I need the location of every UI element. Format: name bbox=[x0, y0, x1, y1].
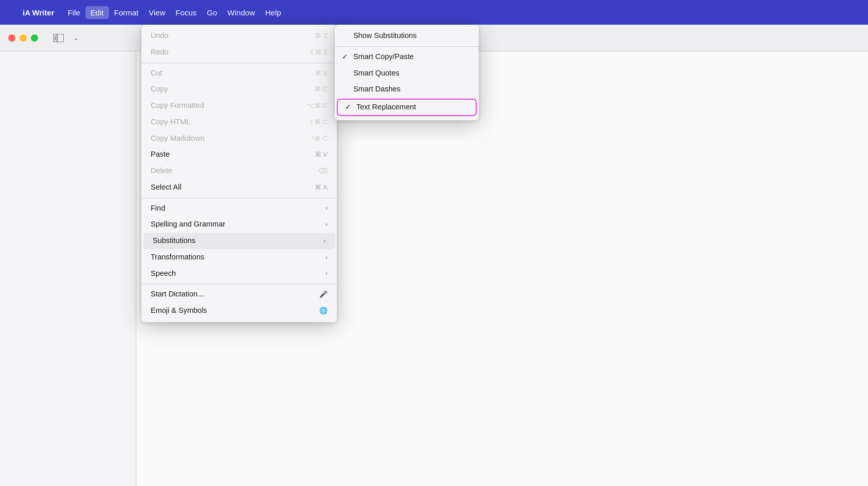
menubar-item-file[interactable]: File bbox=[63, 6, 85, 19]
menu-item-transformations-label: Transformations bbox=[151, 252, 204, 263]
menu-item-paste-label: Paste bbox=[151, 149, 170, 160]
menu-item-copy-formatted[interactable]: Copy Formatted ⌥⌘ C bbox=[141, 98, 337, 114]
menu-item-copy-label: Copy bbox=[151, 84, 168, 95]
menu-item-copy-html-shortcut: ⇧⌘ C bbox=[309, 117, 328, 127]
close-button[interactable] bbox=[8, 34, 15, 42]
submenu-item-smart-dashes-label: Smart Dashes bbox=[353, 84, 401, 95]
edit-menu: Undo ⌘ Z Redo ⇧⌘ Z Cut ⌘ X Copy ⌘ C Copy… bbox=[141, 25, 337, 322]
menu-item-redo[interactable]: Redo ⇧⌘ Z bbox=[141, 44, 337, 61]
smart-copy-paste-check-icon: ✓ bbox=[342, 51, 350, 62]
menu-item-start-dictation-label: Start Dictation... bbox=[151, 289, 204, 300]
sub-separator-1 bbox=[335, 46, 479, 47]
submenu-item-text-replacement[interactable]: ✓ Text Replacement bbox=[338, 100, 476, 115]
spelling-submenu-arrow-icon: › bbox=[326, 220, 328, 229]
menu-item-find[interactable]: Find › bbox=[141, 200, 337, 217]
submenu-item-show-substitutions-label: Show Substitutions bbox=[353, 30, 417, 42]
text-replacement-container: ✓ Text Replacement bbox=[337, 99, 477, 116]
menu-item-copy-formatted-shortcut: ⌥⌘ C bbox=[306, 101, 328, 111]
menu-item-speech-label: Speech bbox=[151, 268, 176, 279]
menu-item-copy-markdown-shortcut: ^⌘ C bbox=[311, 134, 328, 144]
menu-item-delete-shortcut: ⌫ bbox=[318, 166, 328, 176]
maximize-button[interactable] bbox=[31, 34, 38, 42]
menu-item-cut[interactable]: Cut ⌘ X bbox=[141, 65, 337, 82]
menu-item-copy-markdown-label: Copy Markdown bbox=[151, 133, 205, 144]
text-replacement-check-icon: ✓ bbox=[345, 102, 353, 113]
menu-item-select-all-shortcut: ⌘ A bbox=[315, 182, 328, 193]
substitutions-menu: Show Substitutions ✓ Smart Copy/Paste Sm… bbox=[335, 25, 479, 120]
menu-item-select-all-label: Select All bbox=[151, 182, 182, 193]
substitutions-submenu-arrow-icon: › bbox=[323, 236, 326, 246]
chevron-down-icon[interactable]: ⌄ bbox=[71, 33, 81, 43]
menu-item-redo-label: Redo bbox=[151, 47, 169, 58]
menu-item-select-all[interactable]: Select All ⌘ A bbox=[141, 179, 337, 196]
menu-item-copy-markdown[interactable]: Copy Markdown ^⌘ C bbox=[141, 130, 337, 147]
menubar-app-name[interactable]: iA Writer bbox=[17, 6, 60, 19]
menubar-item-help[interactable]: Help bbox=[260, 6, 286, 19]
minimize-button[interactable] bbox=[20, 34, 27, 42]
find-submenu-arrow-icon: › bbox=[326, 203, 328, 213]
menubar-item-focus[interactable]: Focus bbox=[170, 6, 202, 19]
menu-item-delete[interactable]: Delete ⌫ bbox=[141, 163, 337, 179]
sidebar-toggle-button[interactable] bbox=[51, 32, 66, 44]
submenu-item-smart-quotes[interactable]: Smart Quotes bbox=[335, 65, 479, 82]
menu-item-redo-shortcut: ⇧⌘ Z bbox=[309, 47, 328, 58]
menu-item-emoji-symbols[interactable]: Emoji & Symbols 🌐 bbox=[141, 303, 337, 319]
separator-1 bbox=[141, 63, 337, 63]
menu-item-substitutions-label: Substitutions bbox=[153, 235, 195, 247]
menu-item-spelling-grammar[interactable]: Spelling and Grammar › bbox=[141, 216, 337, 233]
submenu-item-smart-quotes-label: Smart Quotes bbox=[353, 68, 399, 79]
menu-item-copy-html-label: Copy HTML bbox=[151, 117, 190, 128]
menu-item-substitutions[interactable]: Substitutions › bbox=[143, 233, 335, 249]
submenu-item-text-replacement-label: Text Replacement bbox=[356, 102, 416, 113]
menu-item-copy-html[interactable]: Copy HTML ⇧⌘ C bbox=[141, 114, 337, 130]
menu-item-undo-shortcut: ⌘ Z bbox=[315, 31, 328, 41]
sidebar bbox=[0, 51, 136, 486]
traffic-lights bbox=[8, 34, 38, 42]
menu-item-find-label: Find bbox=[151, 203, 165, 214]
menu-item-start-dictation-icon: 🎤 bbox=[319, 289, 328, 300]
submenu-item-smart-dashes[interactable]: Smart Dashes bbox=[335, 81, 479, 98]
menu-item-transformations[interactable]: Transformations › bbox=[141, 249, 337, 266]
menu-item-spelling-grammar-label: Spelling and Grammar bbox=[151, 219, 225, 230]
submenu-item-smart-copy-paste-label: Smart Copy/Paste bbox=[353, 51, 414, 63]
menu-item-paste-shortcut: ⌘ V bbox=[315, 149, 328, 160]
menu-item-copy-formatted-label: Copy Formatted bbox=[151, 100, 204, 111]
menu-item-copy[interactable]: Copy ⌘ C bbox=[141, 81, 337, 98]
menubar-item-window[interactable]: Window bbox=[222, 6, 260, 19]
menu-item-copy-shortcut: ⌘ C bbox=[314, 84, 328, 95]
menu-item-undo[interactable]: Undo ⌘ Z bbox=[141, 28, 337, 44]
menubar-item-view[interactable]: View bbox=[143, 6, 170, 19]
speech-submenu-arrow-icon: › bbox=[326, 269, 328, 278]
menubar-item-edit[interactable]: Edit bbox=[85, 6, 109, 19]
separator-2 bbox=[141, 198, 337, 198]
menu-item-undo-label: Undo bbox=[151, 30, 169, 42]
menu-item-cut-shortcut: ⌘ X bbox=[315, 68, 328, 79]
menu-item-start-dictation[interactable]: Start Dictation... 🎤 bbox=[141, 286, 337, 303]
menubar: iA Writer File Edit Format View Focus Go… bbox=[0, 0, 868, 25]
menubar-item-format[interactable]: Format bbox=[109, 6, 144, 19]
submenu-item-show-substitutions[interactable]: Show Substitutions bbox=[335, 28, 479, 44]
menu-item-speech[interactable]: Speech › bbox=[141, 266, 337, 282]
menu-item-delete-label: Delete bbox=[151, 165, 172, 177]
menu-item-paste[interactable]: Paste ⌘ V bbox=[141, 146, 337, 163]
menu-item-cut-label: Cut bbox=[151, 68, 162, 79]
transformations-submenu-arrow-icon: › bbox=[326, 253, 328, 262]
menu-item-emoji-symbols-label: Emoji & Symbols bbox=[151, 305, 207, 316]
menu-item-emoji-symbols-icon: 🌐 bbox=[319, 306, 328, 316]
separator-3 bbox=[141, 284, 337, 284]
menubar-item-go[interactable]: Go bbox=[202, 6, 222, 19]
submenu-item-smart-copy-paste[interactable]: ✓ Smart Copy/Paste bbox=[335, 49, 479, 65]
